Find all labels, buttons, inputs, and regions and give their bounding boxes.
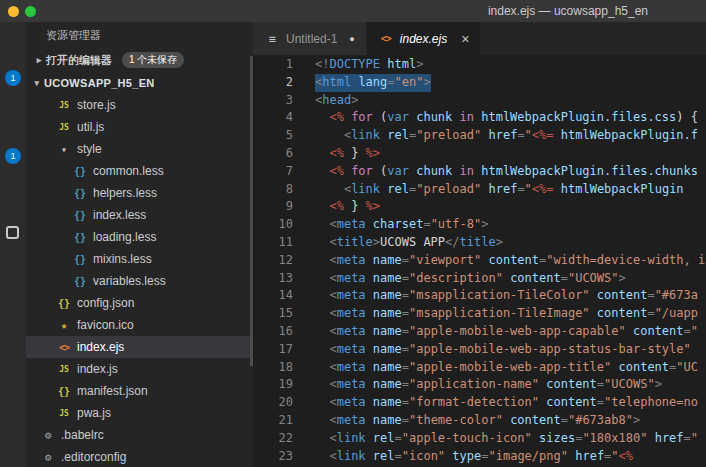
line-content: <link rel="preload" href="<%= htmlWebpac… (315, 127, 698, 145)
tree-item-store-js[interactable]: JSstore.js (26, 94, 253, 116)
vscode-window: index.ejs — ucowsapp_h5_en 1 1 资源管理器 ▸ 打… (0, 0, 706, 467)
ejs-icon: <> (56, 342, 72, 353)
traffic-lights (8, 6, 36, 17)
modified-dot-icon: ● (349, 34, 354, 44)
code-editor[interactable]: 1<!DOCTYPE html>2<html lang="en">3<head>… (253, 55, 706, 467)
line-content: <link rel="icon" type="image/png" href="… (315, 448, 633, 466)
line-number: 18 (253, 359, 293, 377)
line-content: <link rel="apple-touch-icon" sizes="180x… (315, 430, 698, 448)
code-line-12[interactable]: 12 <meta name="viewport" content="width=… (253, 252, 706, 270)
line-number: 10 (253, 216, 293, 234)
tree-item-label: variables.less (93, 274, 166, 288)
code-line-19[interactable]: 19 <meta name="application-name" content… (253, 376, 706, 394)
folder-icon: ▾ (56, 144, 72, 155)
code-line-21[interactable]: 21 <meta name="theme-color" content="#67… (253, 412, 706, 430)
tree-item-index-less[interactable]: {}index.less (26, 204, 253, 226)
tree-item--editorconfig[interactable]: ⚙.editorconfig (26, 446, 253, 467)
activity-bar: 1 1 (0, 22, 26, 467)
code-line-23[interactable]: 23 <link rel="icon" type="image/png" hre… (253, 448, 706, 466)
favicon-icon: ★ (56, 319, 72, 332)
line-content: <meta name="msapplication-TileImage" con… (315, 305, 698, 323)
file-tree: JSstore.jsJSutil.js▾style{}common.less{}… (26, 94, 253, 467)
line-content: <meta name="theme-color" content="#673ab… (315, 412, 640, 430)
tree-item-label: index.less (93, 208, 146, 222)
code-line-15[interactable]: 15 <meta name="msapplication-TileImage" … (253, 305, 706, 323)
tree-item-pwa-js[interactable]: JSpwa.js (26, 402, 253, 424)
tab-index-ejs[interactable]: <>index.ejs× (367, 22, 481, 55)
close-icon[interactable]: × (461, 32, 469, 46)
code-line-11[interactable]: 11 <title>UCOWS APP</title> (253, 234, 706, 252)
code-line-8[interactable]: 8 <link rel="preload" href="<%= htmlWebp… (253, 181, 706, 199)
unsaved-count-badge: 1 个未保存 (122, 52, 184, 68)
code-line-13[interactable]: 13 <meta name="description" content="UCO… (253, 270, 706, 288)
line-number: 14 (253, 287, 293, 305)
ejs-icon: <> (378, 33, 394, 44)
tree-item-favicon-ico[interactable]: ★favicon.ico (26, 314, 253, 336)
code-line-2[interactable]: 2<html lang="en"> (253, 74, 706, 92)
code-line-17[interactable]: 17 <meta name="apple-mobile-web-app-stat… (253, 341, 706, 359)
line-content: <meta name="msapplication-TileColor" con… (315, 287, 698, 305)
line-content: <meta name="description" content="UCOWS"… (315, 270, 626, 288)
tree-item-label: mixins.less (93, 252, 152, 266)
code-line-4[interactable]: 4 <% for (var chunk in htmlWebpackPlugin… (253, 109, 706, 127)
tree-item-loading-less[interactable]: {}loading.less (26, 226, 253, 248)
tree-item--babelrc[interactable]: ⚙.babelrc (26, 424, 253, 446)
tree-item-variables-less[interactable]: {}variables.less (26, 270, 253, 292)
code-line-3[interactable]: 3<head> (253, 92, 706, 110)
code-line-18[interactable]: 18 <meta name="apple-mobile-web-app-titl… (253, 359, 706, 377)
line-number: 3 (253, 92, 293, 110)
code-line-16[interactable]: 16 <meta name="apple-mobile-web-app-capa… (253, 323, 706, 341)
code-line-10[interactable]: 10 <meta charset="utf-8"> (253, 216, 706, 234)
workspace-root-label: UCOWSAPP_H5_EN (44, 77, 155, 89)
gear-icon: ⚙ (40, 451, 56, 464)
tree-item-index-js[interactable]: JSindex.js (26, 358, 253, 380)
code-line-9[interactable]: 9 <% } %> (253, 198, 706, 216)
less-icon: {} (72, 276, 88, 287)
tree-item-config-json[interactable]: {}config.json (26, 292, 253, 314)
code-line-6[interactable]: 6 <% } %> (253, 145, 706, 163)
tree-item-mixins-less[interactable]: {}mixins.less (26, 248, 253, 270)
line-content: <% for (var chunk in htmlWebpackPlugin.f… (315, 109, 698, 127)
chevron-down-icon: ▾ (30, 78, 44, 88)
js-icon: JS (56, 365, 72, 374)
minimize-button[interactable] (8, 6, 19, 17)
js-icon: JS (56, 123, 72, 132)
maximize-button[interactable] (25, 6, 36, 17)
line-content: <meta charset="utf-8"> (315, 216, 488, 234)
tree-item-label: .babelrc (61, 428, 104, 442)
code-line-5[interactable]: 5 <link rel="preload" href="<%= htmlWebp… (253, 127, 706, 145)
code-line-22[interactable]: 22 <link rel="apple-touch-icon" sizes="1… (253, 430, 706, 448)
line-number: 1 (253, 56, 293, 74)
tree-item-label: index.js (77, 362, 118, 376)
tree-item-manifest-json[interactable]: {}manifest.json (26, 380, 253, 402)
gear-icon: ⚙ (40, 429, 56, 442)
line-number: 4 (253, 109, 293, 127)
code-line-7[interactable]: 7 <% for (var chunk in htmlWebpackPlugin… (253, 163, 706, 181)
activity-badge[interactable]: 1 (5, 70, 21, 86)
line-content: <!DOCTYPE html> (315, 56, 423, 74)
code-line-1[interactable]: 1<!DOCTYPE html> (253, 56, 706, 74)
extensions-icon[interactable] (6, 226, 19, 239)
tree-item-style[interactable]: ▾style (26, 138, 253, 160)
line-number: 11 (253, 234, 293, 252)
activity-badge[interactable]: 1 (5, 148, 21, 164)
tree-item-label: favicon.ico (77, 318, 134, 332)
json-icon: {} (56, 298, 72, 309)
line-content: <meta name="viewport" content="width=dev… (315, 252, 705, 270)
sidebar-scrollbar[interactable] (250, 56, 253, 366)
tab-untitled-1[interactable]: ≡Untitled-1● (253, 22, 367, 55)
tree-item-common-less[interactable]: {}common.less (26, 160, 253, 182)
code-line-20[interactable]: 20 <meta name="format-detection" content… (253, 394, 706, 412)
open-editors-section[interactable]: ▸ 打开的编辑器 1 个未保存 (26, 48, 253, 72)
line-number: 20 (253, 394, 293, 412)
less-icon: {} (72, 166, 88, 177)
tree-item-index-ejs[interactable]: <>index.ejs (26, 336, 253, 358)
tree-item-helpers-less[interactable]: {}helpers.less (26, 182, 253, 204)
tree-item-label: style (77, 142, 102, 156)
tree-item-util-js[interactable]: JSutil.js (26, 116, 253, 138)
tab-label: index.ejs (400, 32, 447, 46)
line-content: <meta name="application-name" content="U… (315, 376, 662, 394)
tree-item-label: manifest.json (77, 384, 148, 398)
workspace-root-folder[interactable]: ▾ UCOWSAPP_H5_EN (26, 72, 253, 94)
code-line-14[interactable]: 14 <meta name="msapplication-TileColor" … (253, 287, 706, 305)
